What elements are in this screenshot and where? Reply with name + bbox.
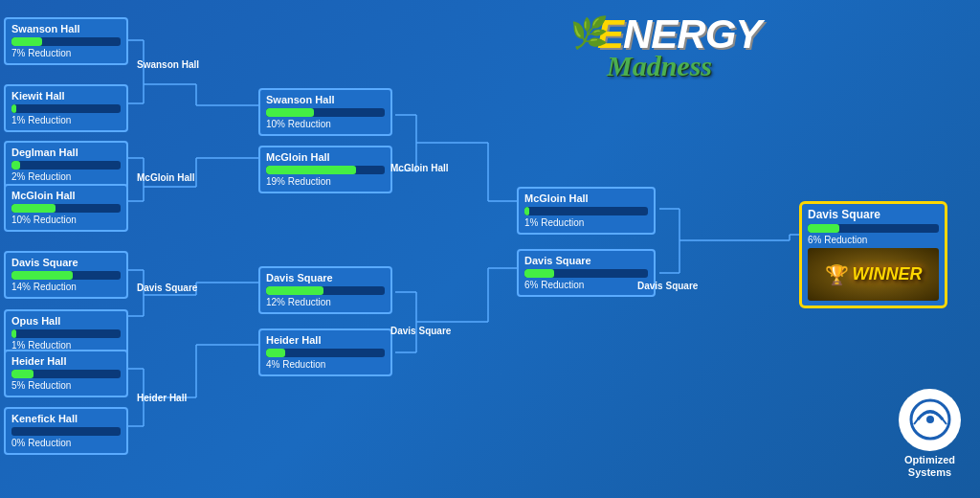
team-name: McGloin Hall [266,151,385,163]
r1-davis-square: Davis Square 14% Reduction [4,251,128,299]
reduction-text: 6% Reduction [524,280,648,290]
reduction-text: 19% Reduction [266,176,385,187]
r2-mcgloin-hall: McGloin Hall 19% Reduction [258,146,392,193]
team-name: Davis Square [524,255,648,266]
team-name: McGloin Hall [524,192,648,204]
reduction-text: 1% Reduction [524,217,648,228]
team-name: Kenefick Hall [11,413,121,424]
reduction-text: 0% Reduction [11,438,121,448]
optisys-text: Optimized Systems [899,454,961,479]
r1-label-swanson: Swanson Hall [137,59,199,70]
optimized-systems-logo: Optimized Systems [899,389,961,479]
winner-box: Davis Square 6% Reduction 🏆 WINNER [799,201,947,308]
team-name: Heider Hall [11,355,121,367]
r2-swanson-hall: Swanson Hall 10% Reduction [258,88,392,136]
team-name: Davis Square [11,257,121,268]
optisys-circle [899,389,961,451]
r1-kiewit-hall: Kiewit Hall 1% Reduction [4,84,128,132]
reduction-text: 10% Reduction [266,119,385,129]
reduction-text: 10% Reduction [11,215,121,225]
team-name: Swanson Hall [266,94,385,105]
reduction-text: 14% Reduction [11,282,121,292]
winner-image: 🏆 WINNER [808,248,939,301]
team-name: Swanson Hall [11,23,121,34]
reduction-text: 2% Reduction [11,171,121,182]
winner-reduction: 6% Reduction [808,235,939,245]
r2-label-davis: Davis Square [390,326,451,336]
reduction-text: 7% Reduction [11,48,121,58]
r3-davis-square: Davis Square 6% Reduction [517,249,656,297]
r1-deglman-hall: Deglman Hall 2% Reduction [4,141,128,189]
r3-label-davis: Davis Square [637,281,698,291]
reduction-text: 4% Reduction [266,359,385,370]
logo-nergy: NERGY [623,11,761,57]
r1-kenefick-hall: Kenefick Hall 0% Reduction [4,407,128,455]
r1-label-heider: Heider Hall [137,393,187,403]
r1-heider-hall: Heider Hall 5% Reduction [4,350,128,397]
r3-mcgloin-hall: McGloin Hall 1% Reduction [517,187,656,235]
r1-swanson-hall: Swanson Hall 7% Reduction [4,17,128,65]
reduction-text: 1% Reduction [11,115,121,125]
svg-point-48 [926,416,934,423]
energy-madness-logo: 🌿 ENERGY Madness [597,14,817,110]
r1-label-davis: Davis Square [137,283,197,293]
r2-heider-hall: Heider Hall 4% Reduction [258,328,392,376]
team-name: Davis Square [266,272,385,283]
team-name: Kiewit Hall [11,90,121,102]
team-name: McGloin Hall [11,190,121,201]
r2-label-mcgloin: McGloin Hall [390,163,449,173]
reduction-text: 5% Reduction [11,380,121,391]
r1-mcgloin-hall: McGloin Hall 10% Reduction [4,184,128,232]
winner-team-name: Davis Square [808,208,939,221]
team-name: Heider Hall [266,334,385,346]
winner-label: WINNER [853,264,923,284]
trophy-icon: 🏆 [825,263,849,286]
reduction-text: 12% Reduction [266,297,385,307]
team-name: Opus Hall [11,315,121,327]
r1-label-mcgloin: McGloin Hall [137,172,195,183]
r2-davis-square: Davis Square 12% Reduction [258,266,392,314]
team-name: Deglman Hall [11,147,121,158]
